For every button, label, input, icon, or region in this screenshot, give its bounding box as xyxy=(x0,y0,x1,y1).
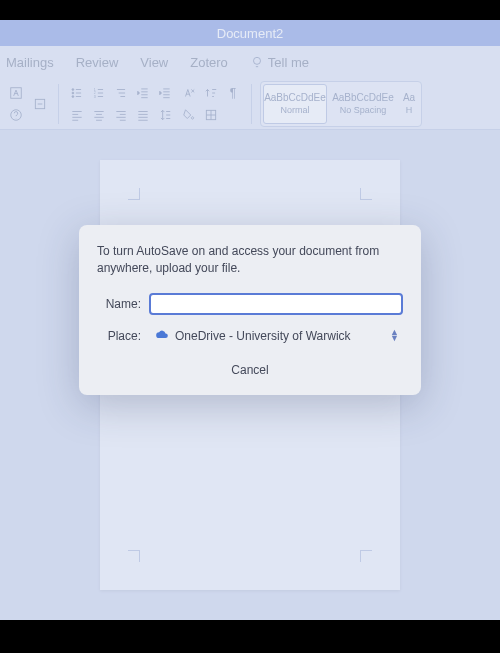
modal-overlay: To turn AutoSave on and access your docu… xyxy=(0,20,500,620)
cloud-icon xyxy=(155,328,169,343)
place-value: OneDrive - University of Warwick xyxy=(175,329,351,343)
updown-icon: ▲▼ xyxy=(390,330,399,341)
name-label: Name: xyxy=(97,297,141,311)
place-select[interactable]: OneDrive - University of Warwick ▲▼ xyxy=(149,325,403,347)
cancel-button[interactable]: Cancel xyxy=(221,359,278,381)
name-input[interactable] xyxy=(149,293,403,315)
dialog-message: To turn AutoSave on and access your docu… xyxy=(97,243,403,277)
place-label: Place: xyxy=(97,329,141,343)
autosave-dialog: To turn AutoSave on and access your docu… xyxy=(79,225,421,395)
